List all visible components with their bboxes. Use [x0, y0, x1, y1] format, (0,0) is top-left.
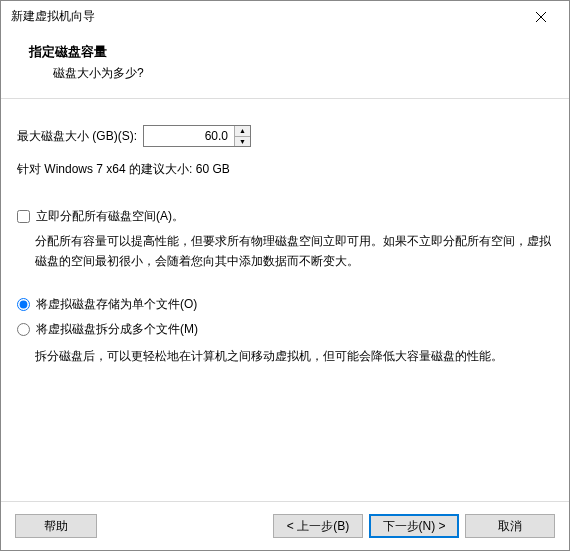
store-split-radio[interactable]	[17, 323, 30, 336]
allocate-now-row: 立即分配所有磁盘空间(A)。	[17, 208, 553, 225]
spinner-buttons: ▲ ▼	[234, 126, 250, 146]
wizard-header: 指定磁盘容量 磁盘大小为多少?	[1, 33, 569, 99]
wizard-content: 最大磁盘大小 (GB)(S): ▲ ▼ 针对 Windows 7 x64 的建议…	[1, 99, 569, 501]
store-single-row: 将虚拟磁盘存储为单个文件(O)	[17, 296, 553, 313]
allocate-now-desc: 分配所有容量可以提高性能，但要求所有物理磁盘空间立即可用。如果不立即分配所有空间…	[17, 231, 553, 272]
next-button[interactable]: 下一步(N) >	[369, 514, 459, 538]
store-split-desc: 拆分磁盘后，可以更轻松地在计算机之间移动虚拟机，但可能会降低大容量磁盘的性能。	[17, 346, 553, 366]
help-button[interactable]: 帮助	[15, 514, 97, 538]
storage-radio-group: 将虚拟磁盘存储为单个文件(O) 将虚拟磁盘拆分成多个文件(M) 拆分磁盘后，可以…	[17, 296, 553, 366]
back-button[interactable]: < 上一步(B)	[273, 514, 363, 538]
spinner-down[interactable]: ▼	[235, 137, 250, 147]
disk-size-spinner: ▲ ▼	[143, 125, 251, 147]
page-heading: 指定磁盘容量	[29, 43, 541, 61]
spinner-up[interactable]: ▲	[235, 126, 250, 137]
allocate-now-label[interactable]: 立即分配所有磁盘空间(A)。	[36, 208, 184, 225]
page-subheading: 磁盘大小为多少?	[29, 65, 541, 82]
wizard-footer: 帮助 < 上一步(B) 下一步(N) > 取消	[1, 501, 569, 550]
store-split-row: 将虚拟磁盘拆分成多个文件(M)	[17, 321, 553, 338]
store-single-radio[interactable]	[17, 298, 30, 311]
titlebar: 新建虚拟机向导	[1, 1, 569, 33]
close-icon	[536, 12, 546, 22]
disk-size-row: 最大磁盘大小 (GB)(S): ▲ ▼	[17, 125, 553, 147]
close-button[interactable]	[521, 3, 561, 31]
store-single-label[interactable]: 将虚拟磁盘存储为单个文件(O)	[36, 296, 197, 313]
allocate-now-checkbox[interactable]	[17, 210, 30, 223]
disk-size-input[interactable]	[144, 126, 234, 146]
cancel-button[interactable]: 取消	[465, 514, 555, 538]
window-title: 新建虚拟机向导	[11, 8, 521, 25]
wizard-window: 新建虚拟机向导 指定磁盘容量 磁盘大小为多少? 最大磁盘大小 (GB)(S): …	[0, 0, 570, 551]
store-split-label[interactable]: 将虚拟磁盘拆分成多个文件(M)	[36, 321, 198, 338]
recommended-size: 针对 Windows 7 x64 的建议大小: 60 GB	[17, 161, 553, 178]
disk-size-label: 最大磁盘大小 (GB)(S):	[17, 128, 137, 145]
